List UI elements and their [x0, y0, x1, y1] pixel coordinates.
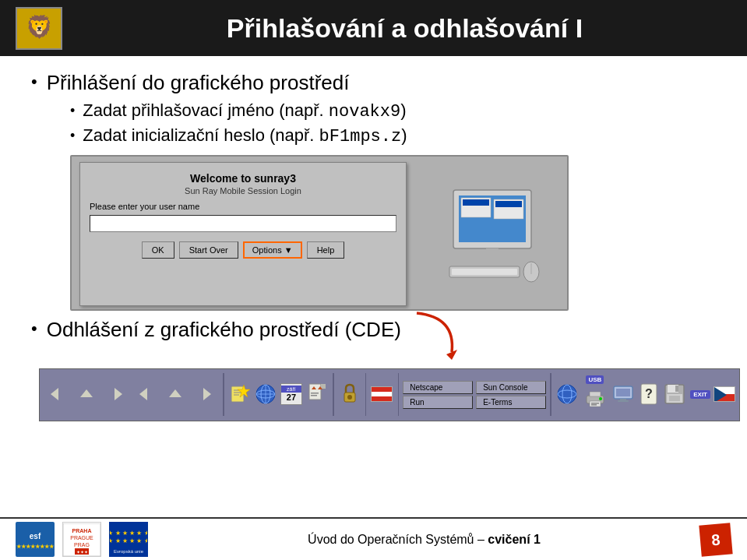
cde-file-icon[interactable]	[305, 373, 329, 416]
cde-globe2-icon[interactable]	[555, 373, 579, 416]
cde-calendar-icon[interactable]: září 27	[280, 373, 303, 416]
svg-rect-8	[486, 248, 499, 260]
printer-icon	[584, 388, 606, 410]
cde-sep-2	[333, 373, 334, 416]
arrow-icon	[46, 383, 68, 405]
sub-bullet-2: • Zadat inicializační heslo (např. bF1mp…	[70, 125, 716, 149]
run-button[interactable]: Run	[403, 396, 473, 409]
svg-text:PRAG: PRAG	[74, 542, 90, 548]
footer-text: Úvod do Operačních Systémů – cvičení 1	[148, 533, 700, 547]
svg-rect-33	[321, 384, 326, 389]
svg-rect-57	[675, 386, 678, 392]
svg-text:PRAGUE: PRAGUE	[70, 535, 93, 541]
cde-sep-4	[398, 373, 400, 416]
arrow-right-2-icon	[194, 383, 216, 405]
svg-rect-9	[473, 259, 512, 263]
cde-sep-5	[550, 373, 551, 416]
prague-logo: PRAHA PRAGUE PRAG ✦✦✦	[62, 522, 101, 557]
login-screenshot: Welcome to sunray3 Sun Ray Mobile Sessio…	[70, 155, 569, 311]
svg-rect-59	[669, 396, 680, 401]
footer-text-bold: cvičení 1	[488, 533, 541, 546]
display-settings-icon	[612, 383, 634, 405]
bullet-text-1: Přihlášení do grafického prostředí	[47, 70, 350, 97]
eterms-button[interactable]: E-Terms	[476, 396, 546, 409]
calendar-icon: září 27	[280, 383, 302, 405]
red-arrow-icon	[409, 309, 463, 364]
cde-printer-icon[interactable]	[581, 386, 609, 414]
sub-bullet-dot-1: •	[70, 102, 75, 120]
svg-marker-20	[203, 388, 211, 400]
arrow-left-icon	[135, 383, 157, 405]
svg-rect-31	[309, 384, 321, 400]
cde-lock-icon[interactable]	[338, 373, 361, 416]
svg-text:★ ★ ★ ★ ★ ★: ★ ★ ★ ★ ★ ★	[110, 537, 147, 544]
username-input[interactable]	[90, 215, 396, 232]
sub-bullet-dot-2: •	[70, 127, 75, 145]
slide-body: • Přihlášení do grafického prostředí • Z…	[0, 56, 747, 434]
cde-arrow-right-2[interactable]	[191, 373, 219, 416]
start-over-button[interactable]: Start Over	[179, 241, 238, 259]
svg-text:✦✦✦: ✦✦✦	[76, 550, 88, 555]
footer-logos: esf ★★★★★★★★★★★★ PRAHA PRAGUE PRAG ✦✦✦ ★…	[16, 522, 148, 557]
cde-us-flag-icon[interactable]	[370, 373, 393, 416]
ok-button[interactable]: OK	[142, 241, 174, 259]
svg-rect-46	[591, 403, 599, 404]
cde-arrow-right-1[interactable]	[102, 373, 130, 416]
svg-rect-50	[616, 389, 630, 396]
cde-czech-flag-icon[interactable]	[713, 373, 736, 416]
slide-title: Přihlašování a odhlašování I	[78, 13, 731, 44]
cde-sep-1	[223, 373, 224, 416]
sun-console-button[interactable]: Sun Console	[476, 381, 546, 394]
svg-text:★ ★ ★ ★ ★ ★: ★ ★ ★ ★ ★ ★	[110, 530, 147, 537]
svg-text:esf: esf	[30, 532, 41, 541]
svg-rect-44	[590, 392, 601, 396]
footer-text-normal: Úvod do Operačních Systémů –	[308, 533, 488, 546]
arrow-right-icon	[105, 383, 127, 405]
sub-bullet-text-2: Zadat inicializační heslo (např. bF1mps.…	[83, 125, 407, 149]
svg-text:🦁: 🦁	[26, 14, 53, 40]
bullet-section-2: • Odhlášení z grafického prostředí (CDE)	[31, 317, 716, 421]
cde-globe-icon[interactable]	[254, 373, 277, 416]
dialog-title: Welcome to sunray3	[90, 172, 396, 185]
czech-flag-icon	[714, 383, 735, 405]
slide-header: 🦁 Přihlašování a odhlašování I	[0, 0, 747, 56]
cde-display-icon[interactable]	[611, 373, 635, 416]
cde-arrow-left-1[interactable]	[43, 373, 71, 416]
exit-badge: EXIT	[690, 390, 710, 399]
cde-arrow-left-2[interactable]	[132, 373, 160, 416]
cde-left-arrows	[43, 373, 219, 416]
svg-rect-34	[311, 393, 319, 394]
cde-notes-icon[interactable]	[228, 373, 252, 416]
usb-badge: USB	[586, 375, 604, 384]
bullet-dot-2: •	[31, 319, 37, 339]
sub-bullets-1: • Zadat přihlašovací jméno (např. novakx…	[70, 100, 716, 149]
options-button[interactable]: Options ▼	[243, 241, 302, 259]
svg-point-40	[558, 385, 576, 403]
svg-text:PRAHA: PRAHA	[72, 528, 92, 534]
cde-arrow-up-2[interactable]	[161, 373, 189, 416]
eu-logo: ★ ★ ★ ★ ★ ★ ★ ★ ★ ★ ★ ★ Evropská unie	[109, 522, 148, 557]
svg-point-48	[599, 397, 602, 400]
esf-logo: esf ★★★★★★★★★★★★	[16, 522, 55, 557]
cde-help-icon[interactable]: ?	[637, 373, 661, 416]
computer-graphic	[422, 182, 547, 284]
cde-sep-3	[365, 373, 367, 416]
help-button[interactable]: Help	[307, 241, 345, 259]
svg-marker-19	[169, 389, 181, 397]
example-password: bF1mps.z	[319, 127, 402, 146]
arrow-up-2-icon	[164, 383, 186, 405]
globe2-icon	[556, 383, 578, 405]
svg-point-39	[347, 395, 352, 400]
bullet-section-1: • Přihlášení do grafického prostředí • Z…	[31, 70, 716, 311]
svg-rect-47	[591, 404, 597, 406]
netscape-button[interactable]: Netscape	[403, 381, 473, 394]
calendar-day: 27	[287, 393, 296, 402]
us-flag-icon	[371, 383, 393, 405]
cde-taskbar-screenshot: září 27	[39, 368, 740, 421]
cde-arrow-up-1[interactable]	[72, 373, 100, 416]
bullet-text-2: Odhlášení z grafického prostředí (CDE)	[47, 317, 401, 343]
calendar-month: září	[281, 386, 301, 393]
page-number: 8	[699, 523, 732, 556]
svg-text:Evropská unie: Evropská unie	[114, 549, 144, 554]
cde-floppy-icon[interactable]	[663, 373, 686, 416]
